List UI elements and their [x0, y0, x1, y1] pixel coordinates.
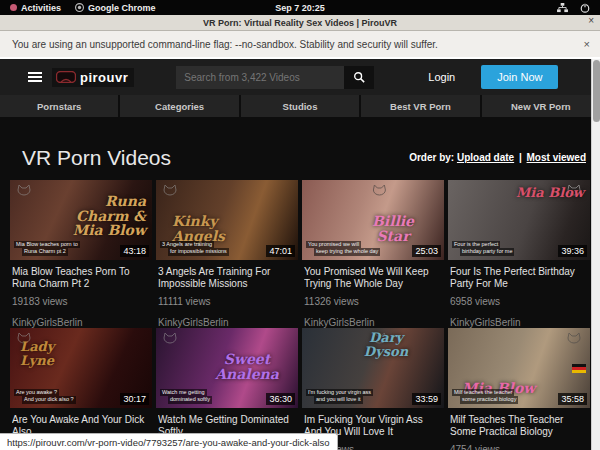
- clock[interactable]: Sep 7 20:25: [275, 3, 325, 13]
- thumbnail-overlay-title: Runa Charm & Mia Blow: [62, 194, 146, 238]
- duration-badge: 47:01: [266, 245, 295, 257]
- video-thumbnail[interactable]: Kinky Angels 3 Angels are trainingfor im…: [156, 180, 298, 260]
- cat-mask-watermark-icon: [16, 184, 32, 200]
- studio-link[interactable]: KinkyGirlsBerlin: [450, 317, 588, 328]
- browser-status-bar: https://pirouvr.com/vr-porn-video/779325…: [0, 433, 338, 450]
- nav-categories[interactable]: Categories: [120, 95, 240, 117]
- video-card[interactable]: Kinky Angels 3 Angels are trainingfor im…: [156, 180, 298, 328]
- duration-badge: 36:30: [266, 393, 295, 405]
- join-now-button[interactable]: Join Now: [481, 65, 558, 89]
- order-by-label: Order by:: [409, 152, 454, 163]
- order-most-viewed-link[interactable]: Most viewed: [527, 152, 586, 163]
- status-url: https://pirouvr.com/vr-porn-video/779325…: [7, 437, 330, 448]
- thumbnail-caption: Mia Blow teaches porn toRuna Charm pt 2: [14, 241, 80, 256]
- menu-hamburger-icon[interactable]: [28, 72, 42, 82]
- order-by: Order by: Upload date | Most viewed: [409, 152, 586, 163]
- power-icon[interactable]: [580, 3, 590, 13]
- app-menu-label: Google Chrome: [88, 3, 156, 13]
- video-thumbnail[interactable]: Runa Charm & Mia Blow Mia Blow teaches p…: [10, 180, 152, 260]
- sandbox-warning-bar: You are using an unsupported command-lin…: [0, 31, 600, 59]
- thumbnail-caption: Are you awake ?And your dick also ?: [14, 389, 76, 404]
- video-card[interactable]: Lady Lyne Are you awake ?And your dick a…: [10, 328, 152, 450]
- site-logo[interactable]: pirouvr: [52, 68, 134, 87]
- video-thumbnail[interactable]: Mia Blow Four is the perfectbirthday par…: [448, 180, 590, 260]
- app-menu-google-chrome[interactable]: Google Chrome: [75, 3, 156, 13]
- nav-studios[interactable]: Studios: [241, 95, 361, 117]
- search-input[interactable]: [176, 66, 344, 89]
- video-title[interactable]: Milf Teaches The Teacher Some Practical …: [450, 414, 588, 438]
- video-card[interactable]: Mia Blow Four is the perfectbirthday par…: [448, 180, 590, 328]
- thumbnail-caption: Milf teaches the teachersome practical b…: [452, 389, 518, 404]
- infobar-close-icon[interactable]: ×: [584, 38, 590, 50]
- activities-label: Activities: [21, 3, 61, 13]
- video-thumbnail[interactable]: Lady Lyne Are you awake ?And your dick a…: [10, 328, 152, 408]
- cat-mask-watermark-icon: [162, 184, 178, 200]
- thumbnail-overlay-title: Billie Star: [356, 214, 430, 243]
- scrollbar[interactable]: [591, 59, 600, 450]
- studio-link[interactable]: KinkyGirlsBerlin: [158, 317, 296, 328]
- view-count: 6958 views: [450, 296, 588, 307]
- video-thumbnail[interactable]: Dary Dyson I'm fucking your virgin assan…: [302, 328, 444, 408]
- view-count: 11326 views: [304, 296, 442, 307]
- studio-link[interactable]: KinkyGirlsBerlin: [12, 317, 150, 328]
- duration-badge: 35:58: [558, 393, 587, 405]
- activities-button[interactable]: Activities: [10, 3, 61, 13]
- view-count: 4754 views: [450, 444, 588, 450]
- video-card[interactable]: Mia Blow Milf teaches the teachersome pr…: [448, 328, 590, 450]
- search-bar: [176, 66, 374, 89]
- window-close-icon[interactable]: ×: [588, 15, 594, 26]
- activities-indicator-icon: [10, 4, 17, 11]
- video-thumbnail[interactable]: Sweet Analena Watch me gettingdominated …: [156, 328, 298, 408]
- page-title: VR Porn Videos: [22, 146, 171, 170]
- cat-mask-watermark-icon: [162, 332, 178, 348]
- cat-mask-watermark-icon: [371, 184, 387, 200]
- video-card[interactable]: Billie Star You promised we willkeep try…: [302, 180, 444, 328]
- video-grid: Runa Charm & Mia Blow Mia Blow teaches p…: [10, 180, 590, 450]
- thumbnail-overlay-title: Sweet Analena: [202, 352, 292, 381]
- video-title[interactable]: Four Is The Perfect Birthday Party For M…: [450, 266, 588, 290]
- network-icon[interactable]: [557, 3, 568, 13]
- cat-mask-watermark-icon: [566, 332, 582, 348]
- studio-link[interactable]: KinkyGirlsBerlin: [304, 317, 442, 328]
- thumbnail-caption: Watch me gettingdominated softly: [160, 389, 212, 404]
- site-header: pirouvr Login Join Now: [0, 59, 600, 95]
- nav-pornstars[interactable]: Pornstars: [0, 95, 120, 117]
- thumbnail-caption: Four is the perfectbirthday party for me: [452, 241, 514, 256]
- view-count: 11111 views: [158, 296, 296, 307]
- thumbnail-caption: I'm fucking your virgin assand you will …: [306, 389, 373, 404]
- vr-goggles-icon: [56, 71, 76, 83]
- thumbnail-overlay-title: Lady Lyne: [20, 340, 80, 367]
- page-content: pirouvr Login Join Now Pornstars Categor…: [0, 59, 600, 450]
- video-title[interactable]: 3 Angels Are Training For Impossible Mis…: [158, 266, 296, 290]
- video-card[interactable]: Sweet Analena Watch me gettingdominated …: [156, 328, 298, 450]
- scrollbar-thumb[interactable]: [593, 60, 600, 122]
- page-heading-row: VR Porn Videos Order by: Upload date | M…: [0, 117, 600, 180]
- search-button[interactable]: [344, 66, 374, 89]
- search-icon: [353, 71, 365, 83]
- thumbnail-overlay-title: Mia Blow: [514, 186, 584, 200]
- nav-new-vr-porn[interactable]: New VR Porn: [482, 95, 600, 117]
- view-count: 19183 views: [12, 296, 150, 307]
- browser-title-bar: VR Porn: Virtual Reality Sex Videos | Pi…: [0, 15, 600, 31]
- chrome-icon: [75, 3, 84, 12]
- duration-badge: 39:36: [558, 245, 587, 257]
- window-title: VR Porn: Virtual Reality Sex Videos | Pi…: [203, 18, 397, 28]
- video-title[interactable]: Mia Blow Teaches Porn To Runa Charm Pt 2: [12, 266, 150, 290]
- video-card[interactable]: Runa Charm & Mia Blow Mia Blow teaches p…: [10, 180, 152, 328]
- order-upload-date-link[interactable]: Upload date: [457, 152, 514, 163]
- system-top-bar: Activities Google Chrome Sep 7 20:25: [0, 0, 600, 15]
- order-separator: |: [519, 152, 522, 163]
- main-nav: Pornstars Categories Studios Best VR Por…: [0, 95, 600, 117]
- site-logo-text: pirouvr: [80, 70, 128, 85]
- video-title[interactable]: You Promised We Will Keep Trying The Who…: [304, 266, 442, 290]
- thumbnail-overlay-title: Dary Dyson: [346, 331, 426, 358]
- thumbnail-caption: You promised we willkeep trying the whol…: [306, 241, 380, 256]
- video-card[interactable]: Dary Dyson I'm fucking your virgin assan…: [302, 328, 444, 450]
- warning-message: You are using an unsupported command-lin…: [12, 39, 438, 50]
- video-thumbnail[interactable]: Mia Blow Milf teaches the teachersome pr…: [448, 328, 590, 408]
- video-thumbnail[interactable]: Billie Star You promised we willkeep try…: [302, 180, 444, 260]
- nav-best-vr-porn[interactable]: Best VR Porn: [361, 95, 481, 117]
- login-link[interactable]: Login: [428, 71, 455, 83]
- duration-badge: 33:59: [412, 393, 441, 405]
- duration-badge: 25:03: [412, 245, 441, 257]
